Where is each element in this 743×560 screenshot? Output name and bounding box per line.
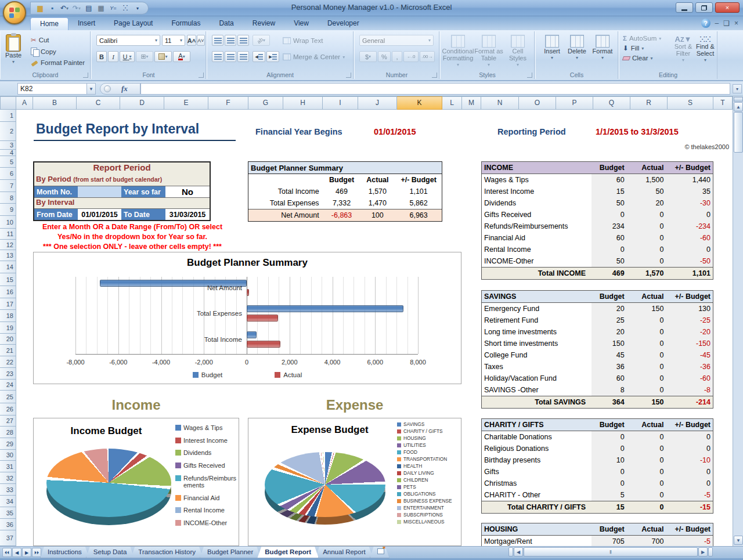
table-row[interactable]: Holiday/Vacation Fund600-60 [482, 373, 713, 384]
number-dialog-launcher-icon[interactable] [432, 73, 437, 78]
font-color-button[interactable]: A▾ [173, 51, 190, 62]
row-header-16[interactable]: 16 [0, 286, 16, 298]
row-header-19[interactable]: 19 [0, 322, 16, 334]
delete-cells-button[interactable]: Delete▾ [565, 35, 589, 62]
accounting-format-button[interactable]: $▾ [359, 51, 377, 62]
row-header-32[interactable]: 32 [0, 472, 16, 484]
row-header-37[interactable]: 37 [0, 530, 16, 546]
ribbon-tab-insert[interactable]: Insert [68, 17, 104, 30]
format-painter-button[interactable]: Format Painter [31, 59, 85, 66]
column-header-G[interactable]: G [248, 96, 283, 110]
wrap-text-button[interactable]: Wrap Text [283, 37, 323, 44]
row-header-29[interactable]: 29 [0, 438, 16, 450]
table-row[interactable]: CHARITY - Other50-5 [482, 489, 713, 501]
clipboard-dialog-launcher-icon[interactable] [83, 73, 88, 78]
column-header-P[interactable]: P [556, 96, 593, 110]
month-no-input[interactable] [78, 186, 121, 197]
clear-button[interactable]: Clear▾ [623, 55, 661, 62]
ribbon-tab-home[interactable]: Home [30, 17, 68, 30]
format-as-table-button[interactable]: Format as Table▾ [474, 35, 503, 68]
row-header-6[interactable]: 6 [0, 168, 16, 180]
table-row[interactable]: Christmas000 [482, 478, 713, 489]
table-row[interactable]: Charitable Donations000 [482, 431, 713, 443]
sheet-tab-transaction-history[interactable]: Transaction History [131, 547, 203, 558]
styles-dialog-launcher-icon[interactable] [527, 73, 532, 78]
income-budget-pie-chart[interactable]: Income BudgetWages & TipsInterest Income… [33, 418, 239, 546]
borders-button[interactable]: ⊞ ▾ [136, 51, 153, 62]
table-row[interactable]: Long time investments200-20 [482, 326, 713, 338]
increase-indent-button[interactable]: ▸ [266, 51, 279, 62]
workbook-restore-icon[interactable]: ❑ [723, 19, 730, 27]
to-date-input[interactable]: 31/03/2015 [165, 208, 210, 220]
row-header-31[interactable]: 31 [0, 461, 16, 472]
percent-style-button[interactable]: % [378, 51, 391, 62]
row-header-18[interactable]: 18 [0, 310, 16, 322]
table-row[interactable]: Emergency Fund20150130 [482, 303, 713, 315]
align-top-button[interactable] [212, 35, 223, 46]
formula-input[interactable] [140, 83, 730, 95]
column-header-H[interactable]: H [283, 96, 323, 110]
table-total-row[interactable]: Total INCOME4691,5701,101 [482, 267, 713, 279]
sheet-tab-annual-report[interactable]: Annual Report [315, 547, 373, 558]
ribbon-tab-view[interactable]: View [284, 17, 318, 30]
workbook-minimize-icon[interactable]: – [715, 19, 719, 27]
merge-center-button[interactable]: Merge & Center▾ [283, 53, 345, 60]
increase-decimal-button[interactable]: ←.0 [403, 51, 419, 62]
copy-button[interactable]: Copy [31, 48, 85, 55]
sheet-canvas[interactable]: Budget Report by Interval Financial Year… [16, 110, 733, 546]
table-row[interactable]: Gifts Received000 [482, 209, 713, 221]
row-header-28[interactable]: 28 [0, 427, 16, 438]
column-header-Q[interactable]: Q [593, 96, 630, 110]
column-header-T[interactable]: T [713, 96, 733, 110]
format-cells-button[interactable]: Format▾ [590, 35, 615, 62]
conditional-formatting-button[interactable]: Conditional Formatting▾ [443, 35, 473, 68]
formula-options-icon[interactable] [104, 85, 111, 92]
row-header-5[interactable]: 5 [0, 156, 16, 168]
select-all-corner[interactable] [0, 96, 16, 110]
column-header-L[interactable]: L [442, 96, 462, 110]
orientation-button[interactable]: ab▾ [253, 35, 270, 46]
h-split-left-handle[interactable] [508, 547, 513, 557]
row-header-27[interactable]: 27 [0, 416, 16, 427]
cell-styles-button[interactable]: Cell Styles▾ [504, 35, 531, 68]
find-select-button[interactable]: ⵘⵘFind & Select▾ [695, 36, 716, 64]
cut-button[interactable]: ✂Cut [31, 36, 85, 44]
font-size-combo[interactable]: 11▾ [162, 35, 185, 46]
h-scroll-thumb[interactable]: ⫴ [524, 547, 698, 557]
column-header-F[interactable]: F [208, 96, 248, 110]
row-header-20[interactable]: 20 [0, 334, 16, 345]
comma-style-button[interactable]: , [392, 51, 402, 62]
table-row[interactable]: Financial Aid600-60 [482, 232, 713, 244]
h-split-right-handle[interactable] [708, 547, 713, 557]
table-total-row[interactable]: Total SAVINGS364150-214 [482, 396, 713, 408]
minimize-button[interactable] [676, 2, 693, 13]
sheet-tab-setup-data[interactable]: Setup Data [86, 547, 135, 558]
row-header-23[interactable]: 23 [0, 368, 16, 380]
sheet-tab-budget-planner[interactable]: Budget Planner [200, 547, 261, 558]
column-header-K[interactable]: K [397, 96, 442, 110]
scroll-down-icon[interactable]: ▼ [734, 536, 743, 545]
row-header-2[interactable]: 2 [0, 122, 16, 141]
name-box-dropdown-icon[interactable]: ▼ [87, 83, 96, 95]
row-header-1[interactable]: 1 [0, 110, 16, 122]
row-header-14[interactable]: 14 [0, 261, 16, 273]
budget-summary-bar-chart[interactable]: Budget Planner SummaryTotal IncomeTotal … [33, 252, 461, 384]
row-header-25[interactable]: 25 [0, 391, 16, 403]
row-header-13[interactable]: 13 [0, 250, 16, 261]
paste-button[interactable]: Paste▾ [5, 34, 21, 66]
sheet-tab-budget-report[interactable]: Budget Report [257, 547, 319, 558]
scroll-up-icon[interactable]: ▲ [734, 102, 743, 111]
table-row[interactable]: Interest Income155035 [482, 186, 713, 197]
next-sheet-icon[interactable]: ▶ [22, 548, 31, 557]
font-name-combo[interactable]: Calibri▾ [96, 35, 160, 46]
column-header-N[interactable]: N [481, 96, 519, 110]
column-header-I[interactable]: I [323, 96, 358, 110]
table-total-row[interactable]: Total CHARITY / GIFTS150-15 [482, 501, 713, 513]
insert-cells-button[interactable]: Insert▾ [540, 35, 564, 62]
restore-button[interactable] [695, 2, 713, 13]
scroll-right-icon[interactable]: ▶ [698, 547, 708, 557]
alignment-dialog-launcher-icon[interactable] [346, 73, 351, 78]
align-center-button[interactable] [225, 51, 236, 62]
grow-font-button[interactable]: A˄ [187, 35, 196, 46]
v-scroll-thumb[interactable] [734, 112, 743, 153]
